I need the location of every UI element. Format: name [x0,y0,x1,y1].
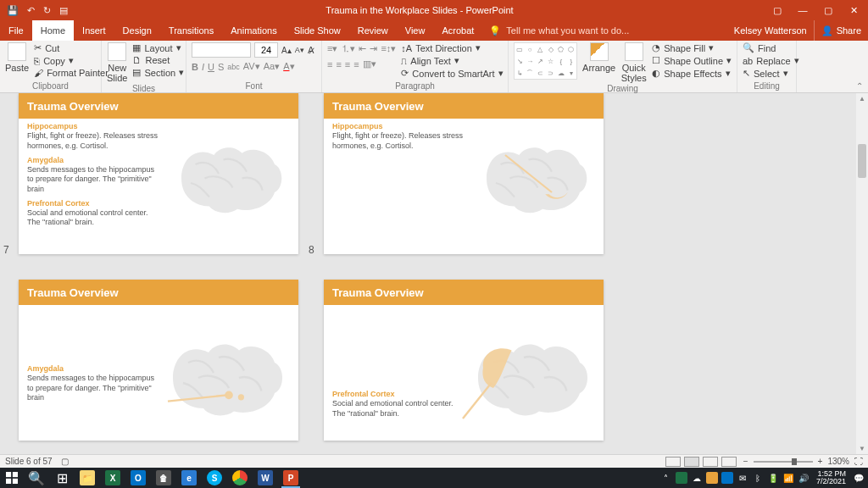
mail-icon[interactable]: ✉ [737,472,748,484]
select-button[interactable]: ↖Select▾ [743,68,799,79]
tray-app2-icon[interactable] [706,472,718,484]
save-icon[interactable]: 💾 [7,5,19,16]
bullets-icon[interactable]: ≡▾ [327,43,337,54]
start-button[interactable] [0,468,24,488]
search-button[interactable]: 🔍 [24,468,49,488]
font-family-input[interactable] [192,42,251,58]
task-view-button[interactable]: ⊞ [49,468,75,488]
scroll-up-icon[interactable]: ▲ [859,95,865,103]
copy-button[interactable]: ⎘Copy▾ [34,55,108,66]
start-from-beginning-icon[interactable]: ▤ [59,5,68,16]
case-button[interactable]: Aa▾ [264,61,280,72]
shape-fill-button[interactable]: ◔Shape Fill▾ [652,42,732,53]
tab-insert[interactable]: Insert [74,20,114,41]
clock[interactable]: 1:52 PM 7/2/2021 [813,470,849,485]
increase-indent-icon[interactable]: ⇥ [370,43,377,54]
slide-thumbnail[interactable]: Trauma OverviewAmygdalaSends messages to… [19,280,298,441]
zoom-slider[interactable] [754,461,813,463]
font-color-button[interactable]: A▾ [283,61,294,72]
section-button[interactable]: ▤Section▾ [132,67,184,78]
new-slide-button[interactable]: New Slide [107,42,127,83]
normal-view-button[interactable] [665,457,681,467]
strike-button[interactable]: S [218,62,224,72]
slideshow-view-button[interactable] [721,457,737,467]
recycle-bin-app[interactable]: 🗑 [151,468,176,488]
columns-icon[interactable]: ▥▾ [363,58,376,69]
arrange-button[interactable]: Arrange [582,42,615,73]
tab-design[interactable]: Design [114,20,160,41]
excel-app[interactable]: X [100,468,125,488]
undo-icon[interactable]: ↶ [27,5,35,16]
underline-button[interactable]: U [208,62,214,72]
account-user[interactable]: Kelsey Watterson [727,20,814,41]
zoom-in-button[interactable]: + [818,457,823,466]
quick-styles-button[interactable]: Quick Styles [620,42,647,83]
minimize-icon[interactable]: — [797,5,809,16]
onedrive-icon[interactable]: ☁ [691,472,703,484]
layout-button[interactable]: ▦Layout▾ [132,42,184,53]
tell-me-search[interactable]: 💡 Tell me what you want to do... [482,20,726,41]
notes-icon[interactable]: ▢ [61,457,69,466]
close-icon[interactable]: ✕ [848,5,860,16]
skype-app[interactable]: S [202,468,227,488]
collapse-ribbon-icon[interactable]: ⌃ [856,81,863,91]
align-text-button[interactable]: ⎍Align Text▾ [401,55,503,66]
tab-review[interactable]: Review [349,20,397,41]
share-button[interactable]: 👤 Share [814,20,868,41]
maximize-icon[interactable]: ▢ [822,5,834,16]
format-painter-button[interactable]: 🖌Format Painter [34,68,108,78]
tab-file[interactable]: File [0,20,32,41]
numbering-icon[interactable]: ⒈▾ [341,42,355,55]
align-left-icon[interactable]: ≡ [327,59,332,69]
slide-sorter[interactable]: Trauma OverviewHippocampusFlight, fight … [0,93,868,454]
shapes-gallery[interactable]: ▭○△◇⬠⬡ ↘→↗☆{} ↳⌒⊂⊃☁▾ [514,42,577,80]
font-size-input[interactable] [254,42,278,58]
text-direction-button[interactable]: ↕AText Direction▾ [401,42,503,53]
paste-button[interactable]: Paste [5,42,29,73]
tab-transitions[interactable]: Transitions [160,20,222,41]
shadow-button[interactable]: abc [227,63,240,71]
bluetooth-icon[interactable]: ᛒ [752,472,764,484]
word-app[interactable]: W [253,468,278,488]
outlook-app[interactable]: O [125,468,151,488]
decrease-font-icon[interactable]: A▾ [295,46,304,54]
powerpoint-app[interactable]: P [278,468,303,488]
tab-acrobat[interactable]: Acrobat [433,20,482,41]
slide-thumbnail[interactable]: Trauma OverviewHippocampusFlight, fight … [19,93,298,254]
wifi-icon[interactable]: 📶 [782,472,794,484]
fit-to-window-button[interactable]: ⛶ [854,457,863,466]
shape-outline-button[interactable]: ☐Shape Outline▾ [652,55,732,66]
battery-icon[interactable]: 🔋 [767,472,779,484]
align-right-icon[interactable]: ≡ [345,59,350,69]
bold-button[interactable]: B [192,62,198,72]
edge-app[interactable]: e [176,468,202,488]
zoom-out-button[interactable]: − [743,457,748,466]
chrome-app[interactable] [227,468,253,488]
cut-button[interactable]: ✂Cut [34,42,108,53]
align-center-icon[interactable]: ≡ [336,59,341,69]
tab-slideshow[interactable]: Slide Show [286,20,349,41]
spacing-button[interactable]: AV▾ [243,61,260,72]
find-button[interactable]: 🔍Find [743,42,799,53]
reset-button[interactable]: 🗋Reset [132,55,184,65]
scroll-down-icon[interactable]: ▼ [859,445,865,452]
redo-icon[interactable]: ↻ [43,5,51,16]
slide-thumbnail[interactable]: Trauma OverviewPrefrontal CortexSocial a… [324,280,604,441]
zoom-level[interactable]: 130% [827,457,849,466]
shape-effects-button[interactable]: ◐Shape Effects▾ [652,68,732,79]
increase-font-icon[interactable]: A▴ [281,46,292,55]
tab-view[interactable]: View [397,20,434,41]
convert-smartart-button[interactable]: ⟳Convert to SmartArt▾ [401,68,503,79]
line-spacing-icon[interactable]: ≡↕▾ [381,43,396,54]
vertical-scrollbar[interactable]: ▲ ▼ [856,93,868,454]
ribbon-display-icon[interactable]: ▢ [771,5,783,16]
clear-format-icon[interactable]: A̷ [308,45,314,56]
tab-animations[interactable]: Animations [222,20,285,41]
system-tray[interactable]: ˄ ☁ ✉ ᛒ 🔋 📶 🔊 1:52 PM 7/2/2021 💬 [660,470,868,485]
tray-app-icon[interactable] [676,472,687,484]
sorter-view-button[interactable] [684,457,699,467]
justify-icon[interactable]: ≡ [353,59,359,69]
notifications-icon[interactable]: 💬 [853,472,865,484]
tab-home[interactable]: Home [32,20,74,41]
italic-button[interactable]: I [202,62,204,72]
